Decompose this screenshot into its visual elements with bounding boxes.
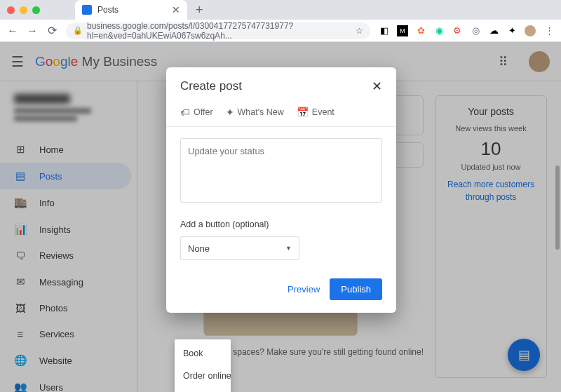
back-icon[interactable]: ←: [7, 25, 18, 37]
preview-button[interactable]: Preview: [288, 284, 320, 295]
tab-event[interactable]: 📅Event: [297, 107, 334, 118]
star-icon[interactable]: ☆: [356, 26, 363, 36]
ext-icon[interactable]: ☁: [488, 25, 499, 36]
tab-favicon: [82, 5, 92, 15]
option-book[interactable]: Book: [175, 342, 231, 365]
close-tab-icon[interactable]: ✕: [172, 4, 180, 15]
new-tab-button[interactable]: +: [196, 3, 203, 18]
button-type-dropdown: Book Order online Buy Learn more Sign up…: [175, 339, 231, 392]
post-type-tabs: 🏷Offer ✦What's New 📅Event: [166, 101, 396, 127]
publish-button[interactable]: Publish: [330, 278, 382, 300]
button-type-select[interactable]: None ▼: [180, 236, 299, 260]
lock-icon: 🔒: [73, 26, 83, 35]
chevron-down-icon: ▼: [285, 245, 292, 252]
ext-icon[interactable]: M: [397, 25, 408, 36]
create-post-modal: Create post ✕ 🏷Offer ✦What's New 📅Event …: [166, 67, 396, 313]
reload-icon[interactable]: ⟳: [46, 24, 58, 37]
url-text: business.google.com/posts/l/030041772757…: [87, 21, 351, 41]
status-textarea[interactable]: [180, 138, 382, 203]
calendar-icon: 📅: [297, 107, 309, 118]
tab-whats-new[interactable]: ✦What's New: [226, 107, 284, 118]
tab-offer[interactable]: 🏷Offer: [180, 107, 213, 118]
tag-icon: 🏷: [180, 107, 190, 118]
traffic-lights[interactable]: [7, 6, 40, 14]
option-order-online[interactable]: Order online: [175, 365, 231, 387]
tab-title: Posts: [97, 5, 119, 15]
ext-icon[interactable]: ⚙: [452, 25, 463, 36]
ext-icon[interactable]: ◎: [470, 25, 481, 36]
extension-icons: ◧ M ✿ ◉ ⚙ ◎ ☁ ✦ ⋮: [379, 25, 554, 36]
profile-avatar-icon[interactable]: [525, 25, 536, 36]
ext-icon[interactable]: ◧: [379, 25, 390, 36]
add-button-label: Add a button (optional): [180, 219, 382, 229]
ext-icon[interactable]: ✦: [506, 25, 518, 36]
close-icon[interactable]: ✕: [372, 79, 382, 94]
ext-icon[interactable]: ◉: [433, 25, 445, 36]
option-buy[interactable]: Buy: [175, 387, 231, 392]
ext-icon[interactable]: ✿: [415, 25, 426, 36]
browser-toolbar: ← → ⟳ 🔒 business.google.com/posts/l/0300…: [0, 20, 561, 42]
browser-menu-icon[interactable]: ⋮: [543, 25, 554, 36]
forward-icon[interactable]: →: [27, 25, 38, 37]
window-titlebar: Posts ✕ +: [0, 0, 561, 20]
sparkle-icon: ✦: [226, 107, 234, 118]
modal-title: Create post: [180, 79, 242, 93]
address-bar[interactable]: 🔒 business.google.com/posts/l/0300417727…: [66, 22, 370, 39]
browser-tab[interactable]: Posts ✕: [75, 0, 187, 20]
